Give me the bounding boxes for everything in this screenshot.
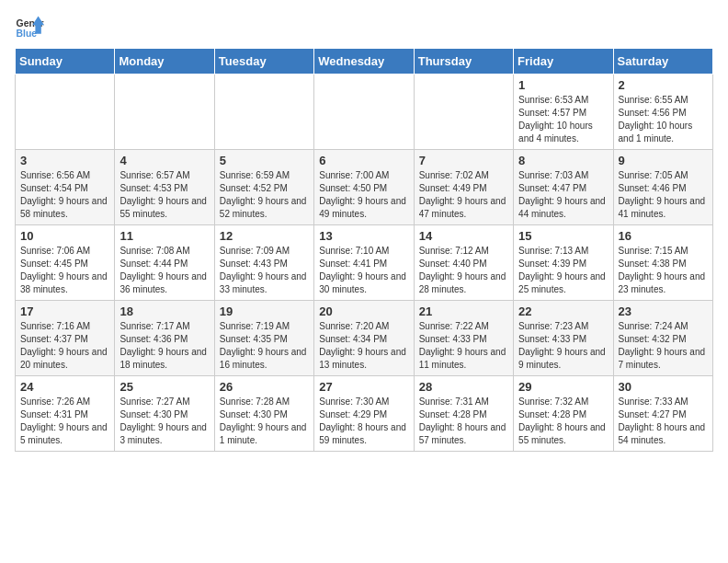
calendar-week-4: 17Sunrise: 7:16 AM Sunset: 4:37 PM Dayli… — [16, 301, 713, 376]
day-number: 18 — [119, 304, 209, 318]
calendar-cell: 15Sunrise: 7:13 AM Sunset: 4:39 PM Dayli… — [514, 225, 613, 301]
day-number: 24 — [20, 380, 109, 394]
day-info: Sunrise: 7:02 AM Sunset: 4:49 PM Dayligh… — [419, 169, 508, 221]
calendar-cell — [414, 75, 513, 150]
day-info: Sunrise: 7:22 AM Sunset: 4:33 PM Dayligh… — [419, 320, 508, 372]
calendar-cell: 26Sunrise: 7:28 AM Sunset: 4:30 PM Dayli… — [214, 376, 313, 452]
day-number: 29 — [518, 380, 608, 394]
logo: General Blue — [15, 15, 44, 40]
calendar-table: SundayMondayTuesdayWednesdayThursdayFrid… — [15, 48, 713, 452]
day-info: Sunrise: 7:20 AM Sunset: 4:34 PM Dayligh… — [319, 320, 408, 372]
header-day-wednesday: Wednesday — [314, 49, 414, 75]
day-number: 21 — [419, 304, 508, 318]
header-day-monday: Monday — [115, 49, 214, 75]
calendar-cell: 5Sunrise: 6:59 AM Sunset: 4:52 PM Daylig… — [214, 150, 313, 225]
day-number: 9 — [619, 154, 708, 167]
day-info: Sunrise: 7:19 AM Sunset: 4:35 PM Dayligh… — [220, 320, 309, 372]
day-number: 1 — [518, 78, 608, 92]
calendar-cell — [16, 75, 115, 150]
day-info: Sunrise: 7:12 AM Sunset: 4:40 PM Dayligh… — [419, 245, 508, 296]
day-info: Sunrise: 7:05 AM Sunset: 4:46 PM Dayligh… — [619, 169, 708, 221]
day-info: Sunrise: 6:56 AM Sunset: 4:54 PM Dayligh… — [20, 169, 109, 221]
calendar-cell: 27Sunrise: 7:30 AM Sunset: 4:29 PM Dayli… — [314, 376, 414, 452]
calendar-cell: 13Sunrise: 7:10 AM Sunset: 4:41 PM Dayli… — [314, 225, 414, 301]
day-number: 10 — [20, 229, 109, 243]
day-number: 5 — [220, 154, 309, 167]
calendar-cell — [115, 75, 214, 150]
calendar-cell: 21Sunrise: 7:22 AM Sunset: 4:33 PM Dayli… — [414, 301, 513, 376]
calendar-week-5: 24Sunrise: 7:26 AM Sunset: 4:31 PM Dayli… — [16, 376, 713, 452]
day-number: 30 — [619, 380, 708, 394]
calendar-cell: 9Sunrise: 7:05 AM Sunset: 4:46 PM Daylig… — [613, 150, 712, 225]
day-info: Sunrise: 7:09 AM Sunset: 4:43 PM Dayligh… — [220, 245, 309, 296]
header-day-saturday: Saturday — [613, 49, 712, 75]
calendar-cell: 8Sunrise: 7:03 AM Sunset: 4:47 PM Daylig… — [514, 150, 613, 225]
day-info: Sunrise: 7:30 AM Sunset: 4:29 PM Dayligh… — [319, 396, 408, 447]
calendar-cell: 19Sunrise: 7:19 AM Sunset: 4:35 PM Dayli… — [214, 301, 313, 376]
header-row: SundayMondayTuesdayWednesdayThursdayFrid… — [16, 49, 713, 75]
day-number: 16 — [619, 229, 708, 243]
calendar-cell: 14Sunrise: 7:12 AM Sunset: 4:40 PM Dayli… — [414, 225, 513, 301]
calendar-cell — [314, 75, 414, 150]
day-info: Sunrise: 7:03 AM Sunset: 4:47 PM Dayligh… — [518, 169, 608, 221]
day-info: Sunrise: 7:13 AM Sunset: 4:39 PM Dayligh… — [518, 245, 608, 296]
day-info: Sunrise: 7:28 AM Sunset: 4:30 PM Dayligh… — [220, 396, 309, 447]
day-number: 17 — [20, 304, 109, 318]
calendar-cell: 30Sunrise: 7:33 AM Sunset: 4:27 PM Dayli… — [613, 376, 712, 452]
day-number: 11 — [119, 229, 209, 243]
day-number: 26 — [220, 380, 309, 394]
calendar-week-3: 10Sunrise: 7:06 AM Sunset: 4:45 PM Dayli… — [16, 225, 713, 301]
day-info: Sunrise: 7:17 AM Sunset: 4:36 PM Dayligh… — [119, 320, 209, 372]
day-info: Sunrise: 6:59 AM Sunset: 4:52 PM Dayligh… — [220, 169, 309, 221]
calendar-cell: 6Sunrise: 7:00 AM Sunset: 4:50 PM Daylig… — [314, 150, 414, 225]
calendar-cell: 1Sunrise: 6:53 AM Sunset: 4:57 PM Daylig… — [514, 75, 613, 150]
day-number: 23 — [619, 304, 708, 318]
day-info: Sunrise: 7:31 AM Sunset: 4:28 PM Dayligh… — [419, 396, 508, 447]
day-info: Sunrise: 7:16 AM Sunset: 4:37 PM Dayligh… — [20, 320, 109, 372]
calendar-cell: 23Sunrise: 7:24 AM Sunset: 4:32 PM Dayli… — [613, 301, 712, 376]
day-number: 4 — [119, 154, 209, 167]
calendar-cell: 25Sunrise: 7:27 AM Sunset: 4:30 PM Dayli… — [115, 376, 214, 452]
svg-text:Blue: Blue — [17, 29, 38, 39]
calendar-cell: 11Sunrise: 7:08 AM Sunset: 4:44 PM Dayli… — [115, 225, 214, 301]
day-number: 7 — [419, 154, 508, 167]
day-number: 19 — [220, 304, 309, 318]
day-info: Sunrise: 6:53 AM Sunset: 4:57 PM Dayligh… — [518, 94, 608, 145]
day-info: Sunrise: 6:55 AM Sunset: 4:56 PM Dayligh… — [619, 94, 708, 145]
calendar-cell: 16Sunrise: 7:15 AM Sunset: 4:38 PM Dayli… — [613, 225, 712, 301]
day-info: Sunrise: 7:00 AM Sunset: 4:50 PM Dayligh… — [319, 169, 408, 221]
day-number: 6 — [319, 154, 408, 167]
calendar-cell: 28Sunrise: 7:31 AM Sunset: 4:28 PM Dayli… — [414, 376, 513, 452]
calendar-cell: 20Sunrise: 7:20 AM Sunset: 4:34 PM Dayli… — [314, 301, 414, 376]
calendar-cell: 4Sunrise: 6:57 AM Sunset: 4:53 PM Daylig… — [115, 150, 214, 225]
header-day-sunday: Sunday — [16, 49, 115, 75]
day-info: Sunrise: 7:10 AM Sunset: 4:41 PM Dayligh… — [319, 245, 408, 296]
day-number: 28 — [419, 380, 508, 394]
calendar-cell: 29Sunrise: 7:32 AM Sunset: 4:28 PM Dayli… — [514, 376, 613, 452]
day-number: 22 — [518, 304, 608, 318]
day-info: Sunrise: 7:27 AM Sunset: 4:30 PM Dayligh… — [119, 396, 209, 447]
day-info: Sunrise: 7:23 AM Sunset: 4:33 PM Dayligh… — [518, 320, 608, 372]
calendar-cell: 24Sunrise: 7:26 AM Sunset: 4:31 PM Dayli… — [16, 376, 115, 452]
calendar-cell: 12Sunrise: 7:09 AM Sunset: 4:43 PM Dayli… — [214, 225, 313, 301]
day-info: Sunrise: 6:57 AM Sunset: 4:53 PM Dayligh… — [119, 169, 209, 221]
calendar-cell: 22Sunrise: 7:23 AM Sunset: 4:33 PM Dayli… — [514, 301, 613, 376]
calendar-week-1: 1Sunrise: 6:53 AM Sunset: 4:57 PM Daylig… — [16, 75, 713, 150]
calendar-cell: 18Sunrise: 7:17 AM Sunset: 4:36 PM Dayli… — [115, 301, 214, 376]
day-number: 20 — [319, 304, 408, 318]
day-number: 3 — [20, 154, 109, 167]
day-number: 27 — [319, 380, 408, 394]
day-number: 12 — [220, 229, 309, 243]
header-day-thursday: Thursday — [414, 49, 513, 75]
day-number: 2 — [619, 78, 708, 92]
day-number: 15 — [518, 229, 608, 243]
calendar-cell — [214, 75, 313, 150]
day-number: 25 — [119, 380, 209, 394]
calendar-body: 1Sunrise: 6:53 AM Sunset: 4:57 PM Daylig… — [16, 75, 713, 452]
day-info: Sunrise: 7:33 AM Sunset: 4:27 PM Dayligh… — [619, 396, 708, 447]
header-day-friday: Friday — [514, 49, 613, 75]
header-day-tuesday: Tuesday — [214, 49, 313, 75]
calendar-header: SundayMondayTuesdayWednesdayThursdayFrid… — [16, 49, 713, 75]
day-info: Sunrise: 7:15 AM Sunset: 4:38 PM Dayligh… — [619, 245, 708, 296]
page-header: General Blue — [15, 15, 713, 40]
